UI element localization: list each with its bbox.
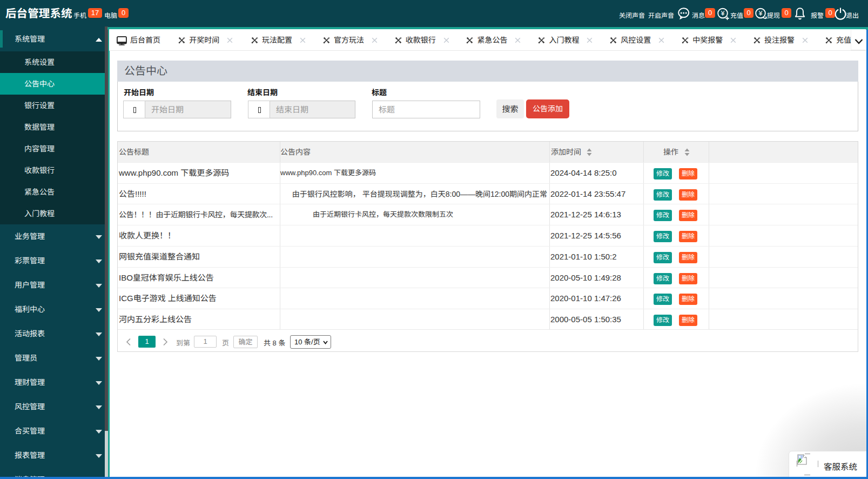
svg-text:¥: ¥: [721, 10, 725, 17]
svg-text:¥: ¥: [758, 10, 763, 17]
